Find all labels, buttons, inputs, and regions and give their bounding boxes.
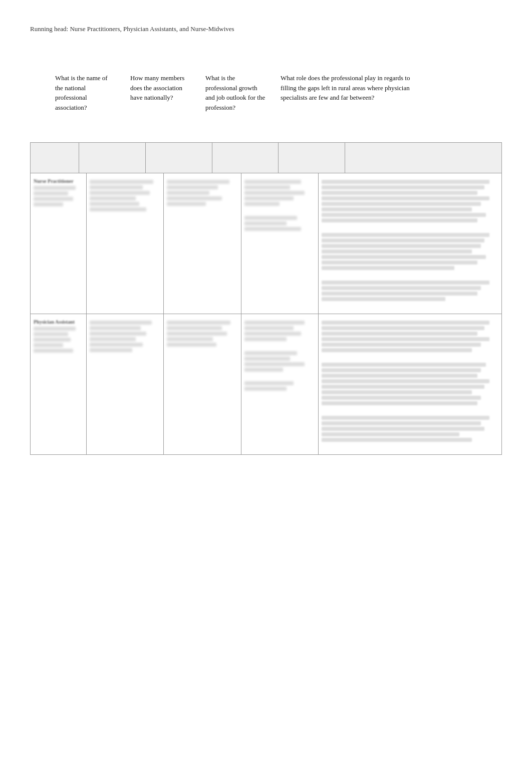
question-1: What is the name of the national profess… [55,73,115,112]
question-2: How many members does the association ha… [130,73,190,112]
table-header-col0 [31,143,79,173]
table-header-col5 [345,143,501,173]
table-header-col2 [146,143,212,173]
table-cell-1-5 [319,173,501,314]
table-header-col1 [79,143,146,173]
table-cell-2-4 [241,314,319,454]
header-questions: What is the name of the national profess… [55,73,502,112]
table-row-2: Physician Assistant [31,314,501,454]
table-cell-2-3 [164,314,241,454]
table-cell-1-2 [87,173,164,314]
table-row-1: Nurse Practitioner [31,173,501,314]
table-header-row [31,143,501,173]
data-table: Nurse Practitioner [30,142,502,455]
table-cell-2-2 [87,314,164,454]
table-header-col4 [279,143,345,173]
table-cell-1-4 [241,173,319,314]
page: Running head: Nurse Practitioners, Physi… [0,0,532,782]
table-cell-2-5 [319,314,501,454]
table-cell-2-1: Physician Assistant [31,314,87,454]
question-3: What is the professional growth and job … [205,73,265,112]
table-cell-1-1: Nurse Practitioner [31,173,87,314]
table-header-col3 [212,143,279,173]
table-cell-1-3 [164,173,241,314]
running-head: Running head: Nurse Practitioners, Physi… [30,25,502,33]
question-4: What role does the professional play in … [281,73,421,112]
